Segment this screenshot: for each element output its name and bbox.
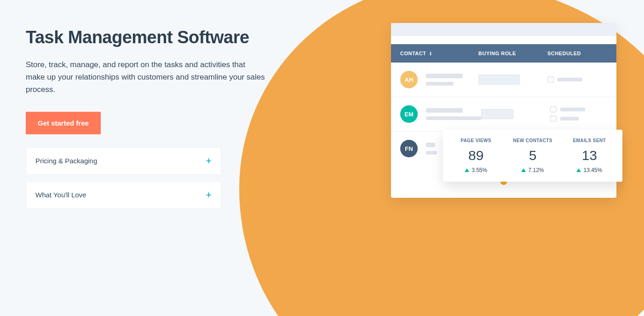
page-title: Task Management Software <box>26 28 274 47</box>
accordion-label: What You'll Love <box>35 191 86 199</box>
plus-icon: + <box>206 190 212 200</box>
accordion-label: Pricing & Packaging <box>35 157 97 165</box>
accordion-item-pricing[interactable]: Pricing & Packaging + <box>26 147 221 175</box>
plus-icon: + <box>206 156 212 166</box>
accordion-item-what-youll-love[interactable]: What You'll Love + <box>26 181 221 209</box>
page-description: Store, track, manage, and report on the … <box>26 58 265 96</box>
get-started-button[interactable]: Get started free <box>26 112 101 134</box>
hero-section: Task Management Software Store, track, m… <box>26 28 274 209</box>
